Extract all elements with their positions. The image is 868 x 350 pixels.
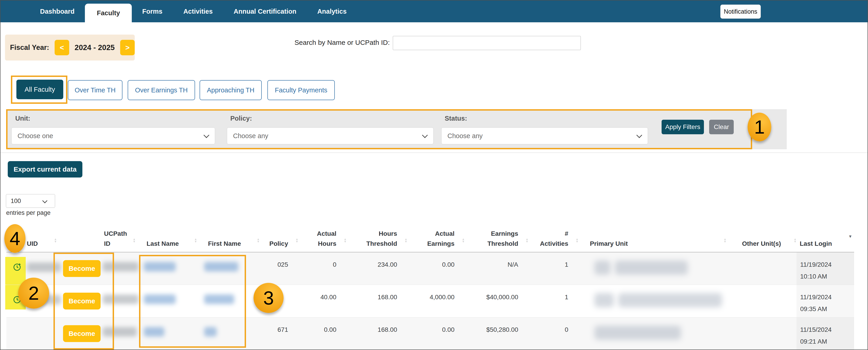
cell-earnings_threshold: $50,280.00 bbox=[465, 317, 528, 350]
last-name-link-redacted[interactable] bbox=[144, 294, 176, 304]
unit-filter-value: Choose one bbox=[18, 132, 53, 140]
table-row: Become0250234.000.00N/A111/19/2024 10:10… bbox=[6, 252, 854, 285]
cell-other_units bbox=[726, 317, 797, 350]
sort-arrows-icon: ▲▼ bbox=[576, 238, 579, 243]
search-input[interactable] bbox=[393, 36, 581, 50]
cell-icon bbox=[6, 252, 26, 285]
cell-actual_earnings: 0.00 bbox=[407, 317, 465, 350]
column-header-first_name[interactable]: First Name▲▼ bbox=[197, 239, 260, 252]
cell-other_units bbox=[726, 285, 797, 317]
nav-tab-annual-certification[interactable]: Annual Certification bbox=[223, 0, 307, 22]
cell-actual_hours: 40.00 bbox=[298, 285, 347, 317]
primary-unit-redacted bbox=[615, 261, 688, 275]
cell-first_name bbox=[197, 285, 260, 317]
pending-clock-icon bbox=[12, 262, 22, 274]
policy-filter-label: Policy: bbox=[230, 115, 252, 122]
uid-redacted bbox=[27, 262, 61, 272]
fiscal-year-label: Fiscal Year: bbox=[10, 43, 49, 52]
search-label: Search by Name or UCPath ID: bbox=[294, 39, 390, 46]
nav-tab-forms[interactable]: Forms bbox=[132, 0, 173, 22]
cell-primary_unit bbox=[579, 317, 726, 350]
first-name-link-redacted[interactable] bbox=[204, 294, 234, 304]
column-header-activities[interactable]: # Activities▲▼ bbox=[528, 229, 579, 252]
cell-hours_threshold: 168.00 bbox=[347, 317, 407, 350]
clear-filters-button[interactable]: Clear bbox=[709, 120, 734, 134]
cell-policy: 025 bbox=[260, 252, 298, 285]
become-button[interactable]: Become bbox=[63, 260, 101, 277]
column-header-primary_unit[interactable]: Primary Unit▲▼ bbox=[579, 239, 726, 252]
export-current-data-button[interactable]: Export current data bbox=[8, 161, 82, 178]
faculty-table: UID▲▼UCPath ID▲▼Last Name▲▼First Name▲▼P… bbox=[6, 225, 854, 350]
sort-arrows-icon: ▲▼ bbox=[723, 238, 726, 243]
cell-primary_unit bbox=[579, 252, 726, 285]
chevron-down-icon bbox=[422, 132, 428, 138]
sort-desc-icon: ▼ bbox=[848, 231, 852, 242]
sort-arrows-icon: ▲▼ bbox=[296, 238, 298, 243]
nav-tab-activities[interactable]: Activities bbox=[173, 0, 223, 22]
column-header-become bbox=[57, 249, 102, 252]
last-name-link-redacted[interactable] bbox=[144, 262, 176, 272]
column-header-hours_threshold[interactable]: Hours Threshold▲▼ bbox=[347, 229, 407, 252]
column-header-actual_hours[interactable]: Actual Hours▲▼ bbox=[298, 229, 347, 252]
column-header-earnings_threshold[interactable]: Earnings Threshold▲▼ bbox=[465, 229, 528, 252]
apply-filters-button[interactable]: Apply Filters bbox=[661, 120, 704, 134]
sort-arrows-icon: ▲▼ bbox=[404, 238, 407, 243]
cell-policy bbox=[260, 285, 298, 317]
filter-tab-over-time-th[interactable]: Over Time TH bbox=[68, 80, 122, 100]
sort-arrows-icon: ▲▼ bbox=[194, 238, 197, 243]
filter-tab-all-faculty[interactable]: All Faculty bbox=[17, 79, 63, 99]
cell-uid bbox=[26, 317, 57, 350]
cell-become: Become bbox=[57, 252, 102, 285]
unit-filter-select[interactable]: Choose one bbox=[11, 127, 215, 144]
column-header-last_name[interactable]: Last Name▲▼ bbox=[136, 239, 197, 252]
policy-filter-select[interactable]: Choose any bbox=[227, 127, 434, 144]
ucpath-redacted bbox=[103, 327, 137, 337]
first-name-link-redacted[interactable] bbox=[204, 262, 238, 272]
cell-icon bbox=[6, 317, 26, 350]
cell-last_name bbox=[136, 317, 197, 350]
cell-become: Become bbox=[57, 317, 102, 350]
column-header-ucpath[interactable]: UCPath ID▲▼ bbox=[102, 229, 136, 252]
column-header-last_login[interactable]: Last Login▼ bbox=[797, 239, 854, 252]
nav-tab-faculty[interactable]: Faculty bbox=[85, 4, 132, 22]
faculty-management-screen: DashboardFacultyFormsActivitiesAnnual Ce… bbox=[0, 0, 868, 350]
primary-unit-redacted bbox=[594, 326, 681, 340]
become-button[interactable]: Become bbox=[63, 293, 101, 310]
cell-actual_earnings: 4,000.00 bbox=[407, 285, 465, 317]
column-header-other_units[interactable]: Other Unit(s)▲▼ bbox=[726, 239, 797, 252]
fiscal-year-prev-button[interactable]: < bbox=[55, 40, 69, 55]
column-header-actual_earnings[interactable]: Actual Earnings▲▼ bbox=[407, 229, 465, 252]
sort-arrows-icon: ▲▼ bbox=[54, 238, 57, 243]
nav-tab-analytics[interactable]: Analytics bbox=[307, 0, 357, 22]
filter-tab-over-earnings-th[interactable]: Over Earnings TH bbox=[128, 80, 195, 100]
fiscal-year-next-button[interactable]: > bbox=[120, 40, 135, 55]
cell-activities: 1 bbox=[528, 252, 579, 285]
page-size-value: 100 bbox=[11, 197, 21, 204]
policy-filter-value: Choose any bbox=[233, 132, 268, 140]
page-size-select[interactable]: 100 bbox=[6, 194, 55, 208]
filter-tab-faculty-payments[interactable]: Faculty Payments bbox=[268, 80, 335, 100]
cell-other_units bbox=[726, 252, 797, 285]
cell-actual_hours: 0 bbox=[298, 252, 347, 285]
cell-activities: 1 bbox=[528, 285, 579, 317]
cell-icon bbox=[6, 285, 26, 317]
column-header-uid[interactable]: UID▲▼ bbox=[26, 239, 57, 252]
cell-last_login: 11/19/2024 10:10 AM bbox=[797, 252, 854, 285]
become-button[interactable]: Become bbox=[63, 325, 101, 342]
column-header-policy[interactable]: Policy▲▼ bbox=[260, 239, 298, 252]
cell-earnings_threshold: N/A bbox=[465, 252, 528, 285]
sort-arrows-icon: ▲▼ bbox=[462, 238, 465, 243]
table-row: Become40.00168.004,000.00$40,000.00111/1… bbox=[6, 285, 854, 317]
notifications-button[interactable]: Notifications bbox=[720, 5, 761, 19]
cell-last_login: 11/15/2024 09:21 AM bbox=[797, 317, 854, 350]
first-name-link-redacted[interactable] bbox=[204, 327, 217, 337]
ucpath-redacted bbox=[103, 262, 138, 272]
cell-hours_threshold: 168.00 bbox=[347, 285, 407, 317]
chevron-down-icon bbox=[42, 198, 48, 203]
status-filter-select[interactable]: Choose any bbox=[441, 127, 648, 144]
filter-tab-approaching-th[interactable]: Approaching TH bbox=[199, 80, 262, 100]
cell-uid bbox=[26, 285, 57, 317]
nav-tab-dashboard[interactable]: Dashboard bbox=[30, 0, 85, 22]
last-name-link-redacted[interactable] bbox=[144, 327, 164, 337]
section-divider bbox=[0, 153, 868, 153]
